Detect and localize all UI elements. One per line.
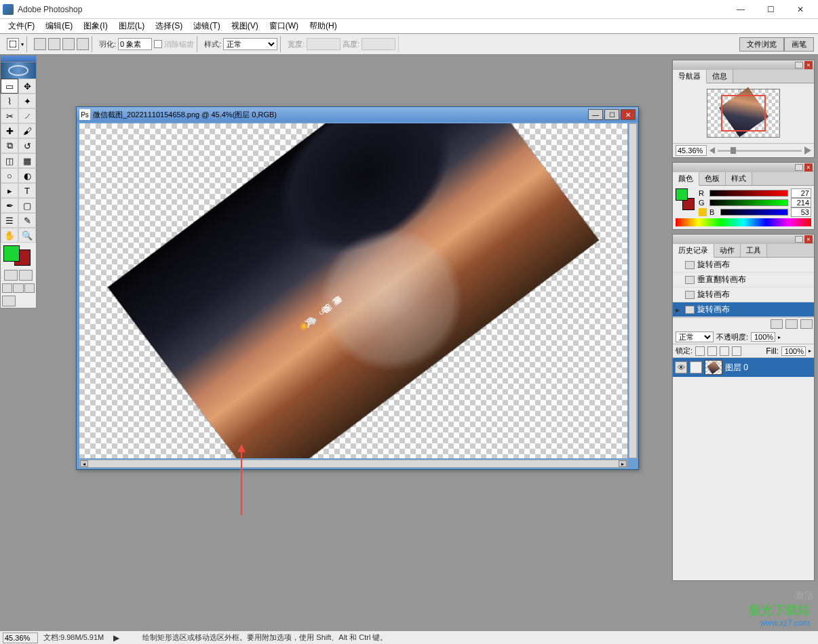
lock-position-icon[interactable] — [720, 346, 729, 356]
blur-tool[interactable]: ○ — [1, 168, 18, 183]
layer-item[interactable]: 👁 图层 0 — [673, 358, 814, 377]
color-panel-swatch[interactable] — [676, 188, 695, 210]
lock-all-icon[interactable] — [732, 346, 741, 356]
tab-file-browse[interactable]: 文件浏览 — [739, 37, 784, 52]
jump-to-imageready-icon[interactable] — [2, 296, 16, 306]
history-brush-tool[interactable]: ↺ — [18, 138, 36, 153]
tab-swatches[interactable]: 色板 — [699, 172, 726, 185]
selection-intersect-icon[interactable] — [77, 38, 89, 50]
color-swatches[interactable] — [3, 245, 31, 266]
selection-subtract-icon[interactable] — [62, 38, 75, 50]
crop-tool[interactable]: ✂ — [1, 108, 18, 123]
marquee-tool-preset-icon[interactable] — [7, 38, 19, 50]
pen-tool[interactable]: ✒ — [1, 198, 18, 213]
eraser-tool[interactable]: ◫ — [1, 153, 18, 168]
navigator-thumbnail[interactable] — [707, 89, 780, 138]
menu-select[interactable]: 选择(S) — [150, 19, 188, 33]
navigator-zoom-input[interactable] — [676, 145, 707, 156]
layer-link-icon[interactable] — [690, 361, 702, 374]
lasso-tool[interactable]: ⌇ — [1, 94, 18, 108]
screen-mode-3-icon[interactable] — [24, 283, 35, 293]
scroll-right-button[interactable]: ▸ — [619, 460, 627, 467]
screen-mode-1-icon[interactable] — [2, 283, 12, 293]
marquee-tool[interactable]: ▭ — [1, 79, 18, 94]
r-slider[interactable] — [709, 190, 788, 197]
brush-tool[interactable]: 🖌 — [18, 123, 36, 138]
layer-name[interactable]: 图层 0 — [725, 362, 748, 374]
healing-tool[interactable]: ✚ — [1, 123, 18, 138]
selection-new-icon[interactable] — [34, 38, 46, 50]
fill-input[interactable] — [781, 346, 806, 356]
maximize-button[interactable]: ☐ — [756, 0, 785, 19]
tab-tools[interactable]: 工具 — [741, 244, 767, 257]
path-select-tool[interactable]: ▸ — [1, 183, 18, 198]
r-value[interactable] — [791, 188, 811, 198]
tab-actions[interactable]: 动作 — [714, 244, 741, 257]
slice-tool[interactable]: ⟋ — [18, 108, 36, 123]
panel-min-icon[interactable] — [795, 62, 803, 68]
menu-help[interactable]: 帮助(H) — [304, 19, 343, 33]
scroll-track[interactable] — [88, 460, 619, 467]
toolbox-handle[interactable] — [1, 56, 36, 62]
history-item-current[interactable]: ▸旋转画布 — [673, 302, 814, 317]
zoom-slider[interactable] — [718, 150, 802, 152]
panel-close-icon[interactable]: × — [804, 163, 813, 172]
move-tool[interactable]: ✥ — [18, 79, 36, 94]
notes-tool[interactable]: ☰ — [1, 213, 18, 228]
panel-min-icon[interactable] — [795, 164, 803, 171]
trash-icon[interactable] — [800, 319, 813, 329]
tab-styles[interactable]: 样式 — [726, 172, 752, 185]
eyedropper-tool[interactable]: ✎ — [18, 213, 36, 228]
quickmask-mode-icon[interactable] — [19, 270, 33, 281]
b-value[interactable] — [791, 207, 811, 217]
dodge-tool[interactable]: ◐ — [18, 168, 36, 183]
foreground-color-swatch[interactable] — [3, 245, 20, 262]
menu-edit[interactable]: 编辑(E) — [40, 19, 78, 33]
menu-image[interactable]: 图象(I) — [78, 19, 113, 33]
zoom-tool[interactable]: 🔍 — [18, 228, 36, 243]
status-zoom[interactable]: 45.36% — [3, 632, 38, 643]
layer-thumbnail[interactable] — [705, 360, 722, 375]
tab-color[interactable]: 颜色 — [673, 172, 699, 186]
stamp-tool[interactable]: ⧉ — [1, 138, 18, 153]
layer-visibility-icon[interactable]: 👁 — [675, 361, 687, 374]
menu-filter[interactable]: 滤镜(T) — [188, 19, 225, 33]
standard-mode-icon[interactable] — [4, 270, 18, 281]
history-item[interactable]: 旋转画布 — [673, 258, 814, 273]
panel-close-icon[interactable]: × — [804, 235, 813, 243]
history-item[interactable]: 旋转画布 — [673, 287, 814, 302]
menu-layer[interactable]: 图层(L) — [113, 19, 151, 33]
gamut-warning-icon[interactable] — [699, 208, 707, 216]
menu-window[interactable]: 窗口(W) — [264, 19, 304, 33]
history-item[interactable]: 垂直翻转画布 — [673, 273, 814, 287]
menu-file[interactable]: 文件(F) — [3, 19, 40, 33]
vertical-scrollbar[interactable] — [629, 123, 637, 458]
minimize-button[interactable]: — — [726, 0, 756, 19]
horizontal-scrollbar[interactable]: ◂ ▸ — [79, 460, 627, 468]
menu-view[interactable]: 视图(V) — [226, 19, 264, 33]
zoom-out-icon[interactable] — [709, 147, 715, 154]
opacity-input[interactable] — [751, 332, 775, 342]
tab-info[interactable]: 信息 — [707, 70, 733, 83]
b-slider[interactable] — [720, 209, 788, 216]
hand-tool[interactable]: ✋ — [1, 228, 18, 243]
scroll-left-button[interactable]: ◂ — [80, 460, 88, 467]
lock-paint-icon[interactable] — [707, 346, 717, 356]
hue-strip[interactable] — [676, 218, 811, 226]
new-snapshot-icon[interactable] — [771, 319, 783, 329]
lock-transparent-icon[interactable] — [695, 346, 705, 356]
canvas[interactable]: 生来即轻 还时亦净 5日天气☁️☀️ — [79, 123, 627, 458]
doc-close-button[interactable]: ✕ — [621, 109, 636, 120]
g-value[interactable] — [791, 198, 811, 207]
close-button[interactable]: ✕ — [785, 0, 815, 19]
status-expand-icon[interactable]: ▶ — [113, 633, 119, 643]
tab-history[interactable]: 历史记录 — [673, 244, 714, 258]
g-slider[interactable] — [709, 199, 788, 206]
feather-input[interactable] — [118, 38, 152, 50]
tab-navigator[interactable]: 导航器 — [673, 70, 707, 83]
blend-mode-select[interactable]: 正常 — [676, 331, 714, 342]
type-tool[interactable]: T — [18, 183, 36, 198]
style-select[interactable]: 正常 — [223, 38, 277, 50]
zoom-in-icon[interactable] — [804, 146, 811, 155]
panel-close-icon[interactable]: × — [804, 61, 813, 69]
